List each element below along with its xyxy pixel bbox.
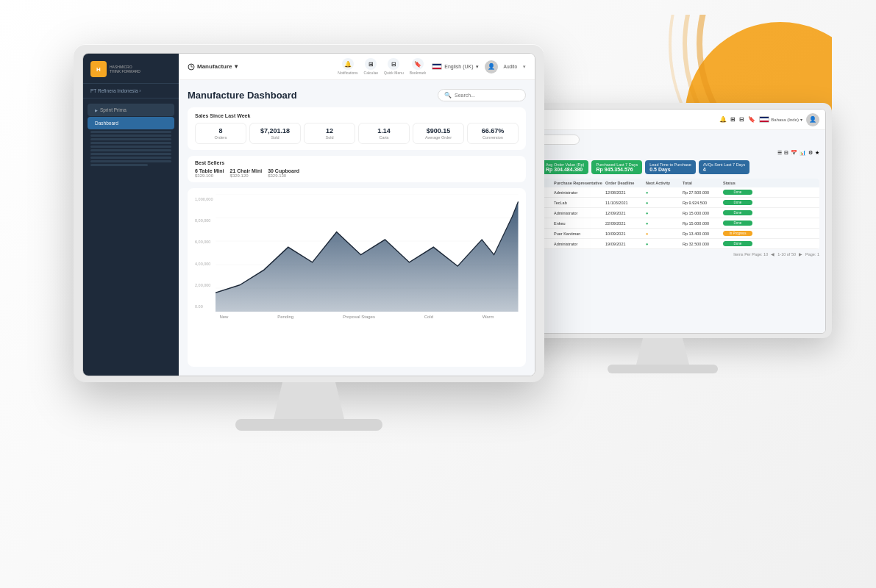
back-monitor-base [608,365,718,373]
total-cell: Rp 13.400.000 [683,232,723,236]
back-notification-icon[interactable]: 🔔 [719,116,727,123]
chart-svg-container [216,194,519,312]
sidebar-item-sprint-prima[interactable]: Sprint Prima [88,104,174,116]
total-cell: Rp 15.000.000 [683,211,723,215]
back-bookmark-icon[interactable]: 🔖 [748,116,755,123]
sidebar-item-3[interactable] [90,135,171,137]
sidebar-item-4[interactable] [90,138,171,140]
back-grid-icon[interactable]: ⊞ [730,116,736,123]
table-row[interactable]: Atikon Enkeu 22/09/2021 ● Rp 15.000.000 … [506,218,819,229]
back-language-label: Bahasa (Indo) [771,118,799,122]
user-avatar[interactable]: 👤 [485,60,498,74]
stat-carts-label: Carts [363,135,405,140]
module-selector[interactable]: Manufacture ▾ [188,63,238,71]
sidebar-logo: H HASHMICRO THINK FORWARD [83,54,179,84]
back-calendar-view-icon[interactable]: 📅 [791,150,797,156]
status-badge: Done [723,241,752,246]
chart-area [216,201,519,312]
x-label-cold: Cold [424,315,433,319]
status-badge: Done [723,190,752,195]
back-avatar[interactable]: 👤 [806,113,819,126]
back-pagination: Items Per Page: 10 ◀ 1-10 of 50 ▶ Page: … [506,252,819,257]
stat-conversion-value: 66.67% [472,127,513,135]
page-prev-icon[interactable]: ◀ [771,252,774,257]
stat-conversion: 66.67% Conversion [467,123,519,144]
sidebar-item-10[interactable] [90,160,171,162]
back-col-total: Total [683,181,723,185]
bookmark-button[interactable]: 🔖 Bookmark [410,58,427,75]
search-input[interactable] [455,93,519,98]
table-row[interactable]: Lhaferas Administrator 19/09/2021 ● Rp 3… [506,239,819,249]
calculate-button[interactable]: ⊞ Calculae [364,58,378,75]
deadline-cell: 19/09/2021 [605,242,646,246]
table-row[interactable]: Antalusisa Puer Kantiman 10/09/2021 ● Rp… [506,229,819,239]
back-stats-container: 1 4 Avg Order Value (Rp) Rp 304.484.380 … [506,160,819,174]
deadline-cell: 11/103/2021 [605,201,646,205]
logo-text: HASHMICRO THINK FORWARD [110,65,140,74]
stat-avg-order-value: $900.15 [418,127,459,135]
quick-menu-button[interactable]: ⊟ Quick Menu [384,58,404,75]
sidebar-item-6[interactable] [90,146,171,148]
stat-avg-order-label: Average Order [418,135,459,140]
activity-cell: ● [646,221,683,226]
stat-avg-order: $900.15 Average Order [413,123,464,144]
total-cell: Rp 9.924.500 [683,201,723,205]
language-selector[interactable]: English (UK) ▾ [432,63,478,70]
search-box[interactable]: 🔍 [438,89,526,101]
table-row[interactable]: Alfrix TecLab 11/103/2021 ● Rp 9.924.500… [506,198,819,208]
stat-orders-value: 8 [200,127,241,135]
grid-icon: ⊟ [388,58,399,70]
back-star-icon[interactable]: ★ [815,150,819,156]
stats-section: Sales Since Last Week 8 Orders $7,201.18… [188,107,526,150]
y-label-5: 2,00,000 [195,283,213,287]
line-chart-svg [216,194,519,312]
clock-icon [188,63,195,71]
rep-cell: Administrator [554,242,605,246]
sidebar-item-5[interactable] [90,142,171,144]
stat-conversion-label: Conversion [472,135,513,140]
sidebar-item-8[interactable] [90,153,171,155]
page-next-icon[interactable]: ▶ [799,252,802,257]
main-content: Manufacture ▾ 🔔 Notifications ⊞ Calculae [179,54,535,376]
sidebar-item-9[interactable] [90,157,171,159]
front-monitor-stand [265,382,353,419]
back-col-rep: Purchase Representative [554,181,605,185]
rep-cell: Administrator [554,211,605,215]
back-settings-icon[interactable]: ⚙ [808,150,813,156]
notifications-button[interactable]: 🔔 Notifications [338,58,357,75]
front-monitor-body: H HASHMICRO THINK FORWARD PT Refinera In… [74,44,544,382]
table-row[interactable]: Phanmax Administrator 12/09/2021 ● Rp 15… [506,208,819,218]
back-menu-icon[interactable]: ⊟ [739,116,744,123]
page-number: 1-10 of 50 [777,252,796,257]
table-row[interactable]: Henri Lightle Administrator 12/08/2021 ●… [506,187,819,198]
back-purchased-stat: Purchased Last 7 Days Rp 945.354.576 [591,160,642,174]
sidebar-item-2[interactable] [90,131,171,133]
back-flag-icon [759,116,769,123]
back-language-selector[interactable]: Bahasa (Indo) ▾ [759,116,802,123]
bestsellers-row: 6 Table Mini $329.100 21 Chair Mini $329… [195,168,519,178]
total-cell: Rp 32.500.000 [683,242,723,246]
back-topbar: H 🔔 ⊞ ⊟ 🔖 Bahasa (Indo) ▾ 👤 [500,110,825,130]
stat-sold-value: $7,201.18 [254,127,296,135]
total-cell: Rp 27.500.000 [683,190,723,195]
back-chart-view-icon[interactable]: 📊 [800,150,806,156]
list-item: 30 Cupboard $329.130 [268,168,299,178]
sidebar-item-7[interactable] [90,149,171,151]
uk-flag-icon [432,63,442,70]
company-selector[interactable]: PT Refinera Indonesia › [83,84,179,98]
back-avg-order-value: Rp 304.484.380 [546,167,584,172]
stat-count: 12 Sold [304,123,355,144]
back-list-view-icon[interactable]: ☰ [777,150,782,156]
back-avgsent-value: 4 [703,167,745,172]
back-purchased-value: Rp 945.354.576 [596,167,638,172]
sidebar-item-11[interactable] [90,164,148,166]
back-kanban-view-icon[interactable]: ⊟ [784,150,788,156]
user-chevron-icon: ▾ [523,64,526,70]
back-topbar-icons: 🔔 ⊞ ⊟ 🔖 Bahasa (Indo) ▾ 👤 [719,113,819,126]
sidebar-item-dashboard[interactable]: Dashboard [88,117,174,129]
page-info: Items Per Page: 10 [733,252,768,257]
back-chevron-icon: ▾ [800,117,802,122]
activity-cell: ● [646,190,683,195]
y-label-2: 8,00,000 [195,218,213,223]
y-label-1: 1,000,000 [195,197,213,201]
